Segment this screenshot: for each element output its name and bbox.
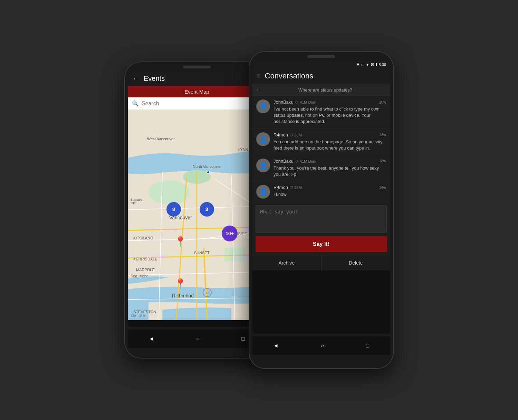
- nav-recents-button[interactable]: □: [242, 336, 245, 342]
- message-time: 18w: [379, 159, 386, 163]
- events-header: ← Events: [128, 71, 266, 86]
- map-container: 1A G o o g l: [128, 109, 266, 320]
- action-buttons: Archive Delete: [252, 255, 390, 270]
- verified-icon: 🛡: [289, 185, 293, 190]
- message-item: 👤 R4mon 🛡 26M 16w I know!: [252, 181, 390, 202]
- conversations-header: ≡ Conversations: [252, 68, 390, 84]
- message-content: R4mon 🛡 26M 18w You can add one on the h…: [274, 132, 386, 151]
- right-nav-recents-button[interactable]: □: [366, 343, 370, 349]
- archive-button[interactable]: Archive: [252, 255, 322, 270]
- message-content: JohnBaku 🛡 41M Dom 18w I've not been abl…: [274, 99, 386, 125]
- search-bar: 🔍: [128, 97, 266, 109]
- verified-icon: 🛡: [289, 133, 293, 137]
- svg-point-1: [148, 180, 190, 204]
- avatar: 👤: [256, 159, 270, 172]
- message-text: I've not been able to find what to click…: [274, 106, 386, 125]
- avatar-image: 👤: [256, 159, 270, 172]
- svg-text:e: e: [143, 314, 145, 317]
- hamburger-menu-icon[interactable]: ≡: [257, 73, 261, 80]
- message-content: JohnBaku 🛡 41M Dom 18w Thank you, you're…: [274, 159, 386, 178]
- map-pin-1[interactable]: 📍: [174, 236, 186, 247]
- avatar-image: 👤: [256, 132, 270, 146]
- verified-icon: 🛡: [295, 100, 298, 104]
- status-time: 8:06: [379, 63, 386, 67]
- search-icon: 🔍: [132, 100, 139, 107]
- map-pin-2[interactable]: 📍: [174, 278, 186, 289]
- say-it-button[interactable]: Say It!: [256, 236, 387, 252]
- say-input[interactable]: [256, 205, 387, 233]
- message-sender: JohnBaku 🛡 41M Dom: [274, 99, 316, 105]
- message-time: 16w: [379, 185, 386, 190]
- back-arrow-icon[interactable]: ←: [256, 87, 262, 93]
- right-phone-speaker: [307, 55, 335, 58]
- message-time: 18w: [379, 133, 386, 137]
- message-time: 18w: [379, 100, 386, 104]
- svg-text:o: o: [134, 314, 136, 317]
- status-question-text: Where are status updates?: [265, 87, 386, 93]
- bluetooth-icon: ✱: [356, 62, 359, 67]
- battery-outline-icon: ▭: [361, 62, 364, 67]
- delete-button[interactable]: Delete: [322, 255, 391, 270]
- left-phone-screen: ← Events Event Map 🔍: [128, 71, 266, 327]
- message-item: 👤 JohnBaku 🛡 41M Dom 18w Thank you, you'…: [252, 155, 390, 181]
- avatar: 👤: [256, 99, 270, 113]
- svg-text:G: G: [131, 314, 134, 317]
- message-header: R4mon 🛡 26M 18w: [274, 132, 386, 137]
- message-header: JohnBaku 🛡 41M Dom 18w: [274, 99, 386, 105]
- verified-icon: 🛡: [295, 159, 298, 163]
- messages-list: 👤 JohnBaku 🛡 41M Dom 18w I've not been a…: [252, 96, 390, 202]
- event-map-tab[interactable]: Event Map: [128, 86, 266, 97]
- svg-rect-3: [224, 248, 245, 261]
- events-title: Events: [144, 75, 165, 83]
- message-sender: R4mon 🛡 26M: [274, 185, 302, 190]
- input-area: Say It!: [252, 202, 390, 255]
- left-phone-nav: ◄ ○ □: [128, 330, 266, 348]
- status-question-bar[interactable]: ← Where are status updates?: [252, 84, 390, 96]
- scene: ← Events Event Map 🔍: [0, 0, 518, 420]
- left-phone-speaker: [183, 66, 211, 68]
- message-header: R4mon 🛡 26M 16w: [274, 185, 386, 190]
- battery-icon: ▮: [375, 62, 377, 67]
- right-status-bar: ✱ ▭ ▼ ⊠ ▮ 8:06: [252, 61, 390, 68]
- message-sender: JohnBaku 🛡 41M Dom: [274, 159, 316, 164]
- message-text: Thank you, you're the best, anyone tell …: [274, 165, 386, 178]
- left-phone: ← Events Event Map 🔍: [124, 61, 269, 359]
- right-phone-nav: ◄ ○ □: [252, 336, 390, 355]
- right-nav-home-button[interactable]: ○: [320, 343, 324, 349]
- back-button[interactable]: ←: [133, 75, 140, 83]
- search-input[interactable]: [142, 101, 262, 107]
- signal-icon: ⊠: [371, 62, 374, 67]
- message-sender: R4mon 🛡 26M: [274, 132, 302, 137]
- right-phone: ✱ ▭ ▼ ⊠ ▮ 8:06 ≡ Conversations ← Where a…: [249, 51, 394, 369]
- avatar: 👤: [256, 132, 270, 146]
- avatar: 👤: [256, 185, 270, 199]
- avatar-image: 👤: [256, 185, 270, 199]
- map-small-dot: [207, 171, 210, 174]
- nav-back-button[interactable]: ◄: [149, 336, 154, 342]
- wifi-icon: ▼: [366, 63, 370, 67]
- map-cluster-10plus[interactable]: 10+: [222, 226, 238, 241]
- map-svg: 1A G o o g l: [128, 109, 266, 320]
- right-phone-screen: ✱ ▭ ▼ ⊠ ▮ 8:06 ≡ Conversations ← Where a…: [252, 61, 390, 334]
- message-item: 👤 R4mon 🛡 26M 18w You can add one on the…: [252, 129, 390, 155]
- svg-text:o: o: [136, 314, 138, 317]
- svg-text:1A: 1A: [206, 291, 210, 295]
- avatar-image: 👤: [256, 99, 270, 113]
- message-header: JohnBaku 🛡 41M Dom 18w: [274, 159, 386, 164]
- message-content: R4mon 🛡 26M 16w I know!: [274, 185, 386, 199]
- message-text: You can add one on the homepage. So on y…: [274, 139, 386, 151]
- message-text: I know!: [274, 191, 386, 198]
- message-item: 👤 JohnBaku 🛡 41M Dom 18w I've not been a…: [252, 96, 390, 129]
- svg-text:l: l: [141, 314, 142, 317]
- right-nav-back-button[interactable]: ◄: [273, 343, 279, 349]
- nav-home-button[interactable]: ○: [196, 336, 200, 342]
- svg-text:g: g: [139, 314, 141, 317]
- conversations-title: Conversations: [265, 71, 314, 80]
